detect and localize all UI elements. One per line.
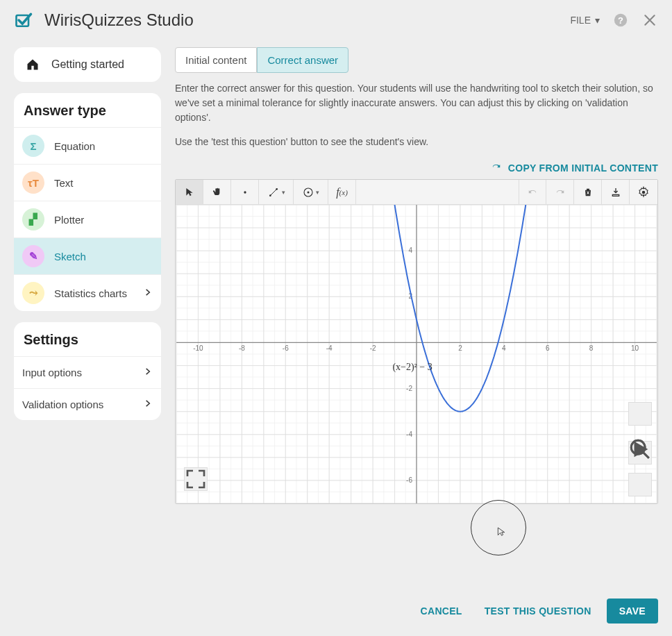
redo-arrow-icon (490, 162, 503, 174)
svg-text:-4: -4 (326, 344, 333, 352)
close-icon[interactable] (641, 12, 658, 28)
test-question-button[interactable]: TEST THIS QUESTION (478, 599, 598, 624)
svg-text:8: 8 (589, 344, 594, 352)
settings-header: Settings (14, 322, 161, 356)
getting-started-button[interactable]: Getting started (14, 47, 161, 82)
chevron-right-icon (143, 399, 153, 410)
svg-text:6: 6 (546, 344, 550, 352)
answer-type-label: Statistics charts (54, 287, 127, 299)
settings-panel: Settings Input optionsValidation options (14, 322, 161, 420)
svg-point-7 (308, 191, 310, 193)
svg-point-8 (642, 190, 646, 194)
instruction-2: Use the 'test this question' button to s… (175, 135, 658, 149)
answer-type-panel: Answer type ΣEquationτTText▞Plotter✎Sket… (14, 93, 161, 311)
sidebar: Getting started Answer type ΣEquationτTT… (14, 40, 161, 504)
save-button[interactable]: SAVE (607, 599, 658, 624)
plotter-icon: ▞ (22, 208, 44, 231)
text-icon: τT (22, 171, 44, 194)
tool-download[interactable] (602, 180, 630, 204)
settings-item-label: Validation options (22, 399, 103, 410)
answer-type-statistics-charts[interactable]: ⤳Statistics charts (14, 274, 161, 311)
cancel-button[interactable]: CANCEL (414, 599, 469, 624)
home-icon (25, 57, 40, 72)
app-header: WirisQuizzes Studio FILE ▾ ? (0, 0, 672, 40)
file-menu[interactable]: FILE ▾ (570, 15, 600, 26)
plot-zoom-controls (628, 402, 652, 496)
tool-point[interactable] (231, 180, 259, 204)
file-menu-label: FILE (570, 15, 591, 26)
zoom-out-button[interactable] (628, 473, 652, 496)
tool-delete[interactable] (574, 180, 602, 204)
copy-from-initial-button[interactable]: COPY FROM INITIAL CONTENT (490, 162, 658, 174)
content-area: Initial contentCorrect answer Enter the … (175, 40, 672, 504)
copy-label: COPY FROM INITIAL CONTENT (508, 162, 658, 174)
settings-item-label: Input options (22, 367, 82, 378)
tab-correct-answer[interactable]: Correct answer (257, 47, 348, 73)
answer-type-label: Text (54, 177, 74, 189)
cursor-arrow-icon (496, 526, 507, 541)
fullscreen-button[interactable] (184, 467, 208, 491)
answer-type-label: Plotter (54, 214, 84, 226)
answer-type-equation[interactable]: ΣEquation (14, 127, 161, 164)
tool-circle-dropdown[interactable]: ▾ (294, 180, 328, 204)
plot-canvas[interactable]: -10-8-6-4-2246810-6-4-224(x−2)² − 3 (176, 205, 657, 503)
app-title: WirisQuizzes Studio (44, 10, 570, 30)
chevron-down-icon: ▾ (316, 189, 319, 196)
svg-text:-2: -2 (370, 344, 376, 352)
tool-settings[interactable] (630, 180, 657, 204)
answer-type-plotter[interactable]: ▞Plotter (14, 201, 161, 237)
svg-text:10: 10 (631, 344, 639, 352)
svg-text:?: ? (618, 15, 623, 26)
svg-text:4: 4 (408, 246, 412, 254)
answer-type-header: Answer type (14, 93, 161, 127)
tool-function[interactable]: f(x) (328, 180, 356, 204)
getting-started-label: Getting started (51, 58, 124, 71)
answer-type-text[interactable]: τTText (14, 164, 161, 201)
chevron-down-icon: ▾ (595, 15, 600, 26)
plot-editor: ▾ ▾ f(x) (175, 179, 658, 504)
svg-point-3 (244, 191, 246, 193)
sketch-icon: ✎ (22, 245, 44, 267)
svg-text:-8: -8 (239, 344, 245, 352)
tool-undo[interactable] (519, 180, 546, 204)
svg-text:4: 4 (502, 344, 506, 352)
svg-text:-4: -4 (406, 430, 412, 438)
statistics-charts-icon: ⤳ (22, 282, 44, 304)
instruction-1: Enter the correct answer for this questi… (175, 81, 658, 125)
instructions: Enter the correct answer for this questi… (175, 81, 658, 159)
tool-redo[interactable] (546, 180, 574, 204)
cursor-highlight-ring (471, 500, 526, 555)
chevron-right-icon (143, 367, 153, 378)
svg-text:-10: -10 (193, 344, 203, 352)
header-actions: FILE ▾ ? (570, 12, 658, 28)
tool-hand[interactable] (203, 180, 231, 204)
answer-type-sketch[interactable]: ✎Sketch (14, 237, 161, 274)
tool-line-dropdown[interactable]: ▾ (259, 180, 294, 204)
settings-input-options[interactable]: Input options (14, 356, 161, 388)
answer-type-label: Equation (54, 140, 95, 152)
tool-select-arrow[interactable] (176, 180, 203, 204)
svg-text:-6: -6 (406, 476, 412, 484)
help-icon[interactable]: ? (612, 12, 629, 28)
chevron-down-icon: ▾ (282, 189, 285, 196)
chevron-right-icon (143, 287, 153, 299)
svg-text:(x−2)² − 3: (x−2)² − 3 (392, 362, 432, 373)
settings-validation-options[interactable]: Validation options (14, 388, 161, 420)
equation-icon: Σ (22, 135, 44, 157)
svg-text:-6: -6 (283, 344, 289, 352)
svg-text:-2: -2 (406, 385, 412, 392)
tab-initial-content[interactable]: Initial content (175, 47, 257, 73)
svg-text:2: 2 (458, 344, 462, 352)
plot-toolbar: ▾ ▾ f(x) (176, 180, 657, 205)
content-tabs: Initial contentCorrect answer (175, 47, 658, 73)
app-logo (14, 10, 33, 30)
footer-actions: CANCEL TEST THIS QUESTION SAVE (400, 586, 672, 636)
answer-type-label: Sketch (54, 251, 86, 262)
